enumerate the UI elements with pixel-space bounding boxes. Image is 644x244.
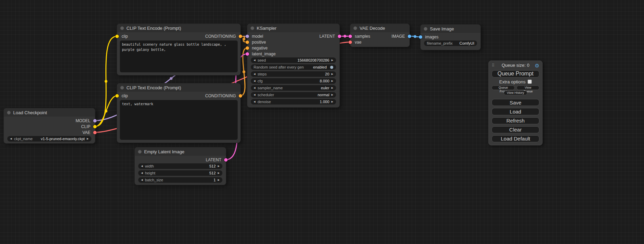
widget-width[interactable]: ◀ width 512 ▶	[138, 163, 222, 169]
node-title: Empty Latent Image	[144, 149, 184, 154]
widget-random-seed-toggle[interactable]: Random seed after every gen enabled	[251, 64, 336, 70]
widget-seed[interactable]: ◀ seed 156680208700286 ▶	[251, 57, 336, 63]
port-clip-input[interactable]	[115, 94, 119, 98]
prompt-textarea[interactable]: beautiful scenery nature glass bottle la…	[120, 40, 238, 72]
clear-button[interactable]: Clear	[492, 126, 539, 133]
port-latent-output[interactable]	[224, 158, 228, 162]
widget-value: 8.000	[320, 79, 329, 83]
node-graph-canvas[interactable]: Load Checkpoint MODEL CLIP VAE ◀ ckpt_na…	[0, 0, 644, 244]
decrement-arrow-icon[interactable]: ◀	[141, 165, 143, 168]
increment-arrow-icon[interactable]: ▶	[218, 165, 220, 168]
decrement-arrow-icon[interactable]: ◀	[254, 59, 255, 62]
port-images-input[interactable]	[419, 35, 422, 39]
widget-scheduler[interactable]: ◀ scheduler normal ▶	[251, 92, 336, 98]
extra-options-checkbox[interactable]	[528, 80, 532, 84]
node-body: LATENT ◀ width 512 ▶ ◀ height 512 ▶ ◀ ba…	[135, 156, 226, 185]
decrement-arrow-icon[interactable]: ◀	[141, 172, 143, 174]
widget-denoise[interactable]: ◀ denoise 1.000 ▶	[251, 99, 336, 105]
view-queue-button[interactable]: View Queue	[517, 85, 539, 90]
queue-panel-header[interactable]: ⠿ Queue size: 0 ⚙	[492, 63, 539, 68]
node-title-bar[interactable]: Save Image	[421, 25, 480, 33]
decrement-arrow-icon[interactable]: ◀	[10, 137, 12, 140]
output-label-latent: LATENT	[206, 157, 221, 162]
port-clip-output[interactable]	[93, 125, 97, 128]
widget-sampler-name[interactable]: ◀ sampler_name euler ▶	[251, 85, 336, 91]
increment-arrow-icon[interactable]: ▶	[332, 87, 333, 89]
slot-row: clip CONDITIONING	[117, 33, 240, 39]
port-vae-input[interactable]	[349, 40, 352, 44]
port-latent-image-input[interactable]	[246, 52, 249, 56]
widget-batch-size[interactable]: ◀ batch_size 1 ▶	[138, 177, 222, 183]
node-clip-text-encode-positive[interactable]: CLIP Text Encode (Prompt) clip CONDITION…	[117, 24, 241, 75]
collapse-toggle-icon[interactable]	[424, 27, 427, 31]
collapse-toggle-icon[interactable]	[138, 150, 142, 154]
increment-arrow-icon[interactable]: ▶	[332, 59, 333, 62]
node-body: model LATENT positive negative latent_im…	[247, 32, 339, 107]
node-vae-decode[interactable]: VAE Decode samples IMAGE vae	[350, 24, 410, 47]
increment-arrow-icon[interactable]: ▶	[332, 100, 333, 103]
widget-label: Random seed after every gen	[254, 65, 304, 69]
drag-handle-icon[interactable]: ⠿	[492, 63, 495, 68]
node-title-bar[interactable]: KSampler	[247, 24, 339, 32]
widget-cfg[interactable]: ◀ cfg 8.000 ▶	[251, 78, 336, 84]
widget-ckpt-name[interactable]: ◀ ckpt_name v1-5-pruned-emaonly.ckpt ▶	[7, 136, 91, 142]
node-clip-text-encode-negative[interactable]: CLIP Text Encode (Prompt) clip CONDITION…	[117, 83, 241, 143]
view-history-button[interactable]: View History	[504, 91, 527, 95]
port-conditioning-output[interactable]	[239, 35, 242, 38]
node-body: clip CONDITIONING beautiful scenery natu…	[117, 32, 240, 75]
port-clip-input[interactable]	[115, 35, 119, 38]
node-title-bar[interactable]: Load Checkpoint	[4, 108, 95, 117]
port-conditioning-output[interactable]	[239, 94, 242, 98]
increment-arrow-icon[interactable]: ▶	[332, 80, 333, 82]
increment-arrow-icon[interactable]: ▶	[218, 172, 220, 174]
collapse-toggle-icon[interactable]	[7, 111, 11, 115]
decrement-arrow-icon[interactable]: ◀	[141, 179, 143, 181]
port-model-input[interactable]	[246, 35, 249, 38]
collapse-toggle-icon[interactable]	[250, 26, 254, 30]
node-title-bar[interactable]: VAE Decode	[350, 24, 409, 32]
port-negative-input[interactable]	[246, 46, 249, 50]
port-vae-output[interactable]	[93, 131, 97, 134]
collapse-toggle-icon[interactable]	[120, 86, 124, 90]
save-button[interactable]: Save	[492, 99, 539, 106]
increment-arrow-icon[interactable]: ▶	[218, 179, 220, 181]
queue-front-button[interactable]: Queue Front	[492, 85, 515, 90]
slot-row: CLIP	[4, 124, 95, 129]
port-model-output[interactable]	[93, 119, 97, 123]
node-load-checkpoint[interactable]: Load Checkpoint MODEL CLIP VAE ◀ ckpt_na…	[3, 108, 95, 144]
node-save-image[interactable]: Save Image images filename_prefix ComfyU…	[420, 24, 481, 50]
node-title-bar[interactable]: CLIP Text Encode (Prompt)	[117, 83, 240, 92]
decrement-arrow-icon[interactable]: ◀	[254, 80, 255, 82]
port-samples-input[interactable]	[349, 35, 352, 38]
slot-row: MODEL	[4, 118, 95, 124]
settings-gear-icon[interactable]: ⚙	[535, 63, 539, 69]
load-default-button[interactable]: Load Default	[492, 135, 539, 142]
widget-height[interactable]: ◀ height 512 ▶	[138, 170, 222, 176]
increment-arrow-icon[interactable]: ▶	[332, 73, 333, 75]
node-title-bar[interactable]: Empty Latent Image	[135, 147, 226, 156]
increment-arrow-icon[interactable]: ▶	[87, 137, 89, 140]
port-latent-output[interactable]	[338, 35, 341, 38]
refresh-button[interactable]: Refresh	[492, 117, 539, 124]
decrement-arrow-icon[interactable]: ◀	[254, 87, 255, 89]
widget-filename-prefix[interactable]: filename_prefix ComfyUI	[424, 40, 477, 46]
node-ksampler[interactable]: KSampler model LATENT positive negative …	[247, 24, 340, 108]
decrement-arrow-icon[interactable]: ◀	[254, 100, 255, 103]
port-positive-input[interactable]	[246, 40, 249, 44]
collapse-toggle-icon[interactable]	[353, 26, 357, 30]
queue-prompt-button[interactable]: Queue Prompt	[492, 70, 539, 78]
input-label-vae: vae	[355, 40, 361, 45]
port-image-output[interactable]	[408, 35, 411, 38]
node-title: Save Image	[430, 26, 454, 31]
load-button[interactable]: Load	[492, 108, 539, 115]
node-empty-latent-image[interactable]: Empty Latent Image LATENT ◀ width 512 ▶ …	[134, 147, 226, 185]
increment-arrow-icon[interactable]: ▶	[332, 93, 333, 96]
prompt-textarea[interactable]: text, watermark	[120, 100, 238, 140]
toggle-dot-icon[interactable]	[330, 66, 333, 69]
collapse-toggle-icon[interactable]	[120, 26, 124, 30]
node-title-bar[interactable]: CLIP Text Encode (Prompt)	[117, 24, 240, 32]
widget-steps[interactable]: ◀ steps 20 ▶	[251, 71, 336, 77]
widget-value: 512	[209, 164, 215, 168]
decrement-arrow-icon[interactable]: ◀	[254, 93, 255, 96]
decrement-arrow-icon[interactable]: ◀	[254, 73, 255, 75]
